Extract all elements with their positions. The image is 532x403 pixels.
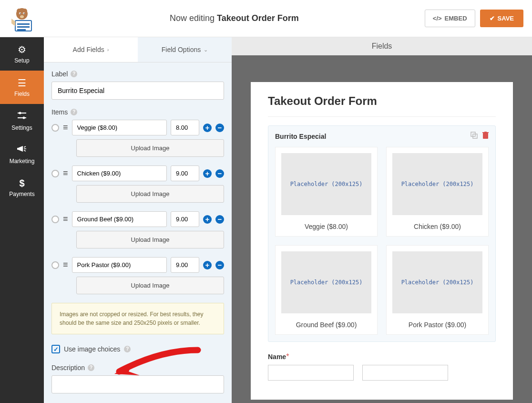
- choice-option[interactable]: Placeholder (200x125) Pork Pastor ($9.00…: [386, 245, 489, 335]
- svg-rect-19: [483, 133, 488, 139]
- help-icon[interactable]: ?: [71, 109, 77, 115]
- use-image-label: Use image choices: [64, 345, 120, 353]
- help-icon[interactable]: ?: [124, 346, 131, 352]
- upload-image-button[interactable]: Upload Image: [76, 139, 224, 157]
- drag-handle-icon[interactable]: ≡: [63, 123, 68, 133]
- sliders-icon: [17, 111, 27, 123]
- dollar-icon: $: [19, 178, 24, 189]
- check-icon: ✔: [490, 15, 495, 22]
- svg-rect-11: [17, 29, 26, 31]
- item-default-radio[interactable]: [51, 261, 59, 269]
- preview-header: Fields: [232, 37, 532, 55]
- image-note: Images are not cropped or resized. For b…: [51, 303, 224, 334]
- upload-image-button[interactable]: Upload Image: [76, 185, 224, 203]
- item-label-input[interactable]: [72, 165, 167, 181]
- item-default-radio[interactable]: [51, 216, 59, 223]
- svg-point-7: [20, 15, 24, 18]
- app-logo[interactable]: [0, 0, 44, 37]
- description-label: Description ?: [51, 364, 224, 372]
- help-icon[interactable]: ?: [88, 364, 94, 371]
- duplicate-icon[interactable]: [471, 132, 478, 140]
- required-asterisk: *: [286, 352, 289, 361]
- svg-point-1: [17, 9, 21, 13]
- chevron-down-icon: ⌄: [204, 47, 208, 53]
- nav-marketing[interactable]: Marketing: [0, 137, 44, 171]
- choice-option[interactable]: Placeholder (200x125) Ground Beef ($9.00…: [275, 245, 378, 335]
- help-icon[interactable]: ?: [71, 71, 77, 77]
- item-label-input[interactable]: [72, 211, 167, 227]
- remove-item-button[interactable]: −: [215, 124, 224, 132]
- bullhorn-icon: [17, 144, 27, 156]
- choice-label: Pork Pastor ($9.00): [392, 321, 482, 329]
- trash-icon[interactable]: [482, 132, 489, 140]
- item-price-input[interactable]: [171, 120, 199, 135]
- svg-point-6: [24, 13, 25, 14]
- add-item-button[interactable]: +: [203, 261, 212, 269]
- chevron-right-icon: ›: [107, 47, 109, 52]
- drag-handle-icon[interactable]: ≡: [63, 168, 68, 178]
- svg-point-2: [22, 9, 27, 13]
- add-item-button[interactable]: +: [203, 169, 212, 178]
- placeholder-image: Placeholder (200x125): [392, 153, 482, 215]
- upload-image-button[interactable]: Upload Image: [76, 277, 224, 294]
- item-price-input[interactable]: [171, 165, 199, 181]
- use-image-checkbox[interactable]: ✓: [51, 345, 60, 353]
- choice-label: Chicken ($9.00): [392, 223, 482, 230]
- item-price-input[interactable]: [171, 211, 199, 227]
- side-nav: ⚙ Setup ☰ Fields Settings Marketing $ Pa…: [0, 37, 44, 403]
- preview-title: Takeout Order Form: [268, 94, 496, 117]
- label-input[interactable]: [51, 82, 224, 100]
- choice-option[interactable]: Placeholder (200x125) Veggie ($8.00): [275, 147, 378, 237]
- nav-setup[interactable]: ⚙ Setup: [0, 37, 44, 71]
- preview-field-title: Burrito Especial: [275, 133, 489, 140]
- placeholder-image: Placeholder (200x125): [281, 153, 371, 215]
- remove-item-button[interactable]: −: [215, 169, 224, 178]
- code-icon: </>: [433, 15, 442, 22]
- item-default-radio[interactable]: [51, 170, 59, 177]
- nav-settings[interactable]: Settings: [0, 104, 44, 137]
- label-label: Label ?: [51, 70, 224, 78]
- item-price-input[interactable]: [171, 257, 199, 273]
- gear-icon: ⚙: [18, 44, 26, 55]
- choice-label: Ground Beef ($9.00): [281, 321, 371, 329]
- remove-item-button[interactable]: −: [215, 261, 224, 269]
- last-name-input[interactable]: [362, 365, 448, 381]
- name-field-label: Name: [268, 353, 286, 361]
- embed-button[interactable]: </> EMBED: [425, 10, 475, 27]
- placeholder-image: Placeholder (200x125): [281, 251, 371, 313]
- add-item-button[interactable]: +: [203, 215, 212, 224]
- tab-field-options[interactable]: Field Options⌄: [138, 37, 232, 62]
- choice-label: Veggie ($8.00): [281, 223, 371, 230]
- nav-fields[interactable]: ☰ Fields: [0, 71, 44, 104]
- list-icon: ☰: [18, 77, 26, 89]
- add-item-button[interactable]: +: [203, 124, 212, 132]
- tab-add-fields[interactable]: Add Fields›: [44, 37, 138, 62]
- preview-field[interactable]: Burrito Especial Placeholder (200x125) V…: [268, 125, 496, 342]
- svg-rect-16: [17, 148, 19, 150]
- editing-label: Now editing Takeout Order Form: [44, 13, 425, 23]
- svg-point-14: [19, 112, 21, 114]
- nav-payments[interactable]: $ Payments: [0, 171, 44, 204]
- svg-point-15: [23, 116, 25, 119]
- svg-rect-9: [17, 23, 30, 25]
- drag-handle-icon[interactable]: ≡: [63, 214, 68, 224]
- choice-option[interactable]: Placeholder (200x125) Chicken ($9.00): [386, 147, 489, 237]
- items-label: Items ?: [51, 108, 224, 116]
- save-button[interactable]: ✔ SAVE: [480, 10, 523, 27]
- drag-handle-icon[interactable]: ≡: [63, 260, 68, 270]
- remove-item-button[interactable]: −: [215, 215, 224, 224]
- svg-point-5: [20, 13, 21, 14]
- svg-rect-21: [484, 132, 487, 133]
- first-name-input[interactable]: [268, 365, 354, 381]
- item-default-radio[interactable]: [51, 124, 59, 132]
- svg-rect-10: [17, 26, 30, 28]
- item-label-input[interactable]: [72, 120, 167, 135]
- description-input[interactable]: [51, 375, 224, 393]
- upload-image-button[interactable]: Upload Image: [76, 231, 224, 248]
- item-label-input[interactable]: [72, 257, 167, 273]
- placeholder-image: Placeholder (200x125): [392, 251, 482, 313]
